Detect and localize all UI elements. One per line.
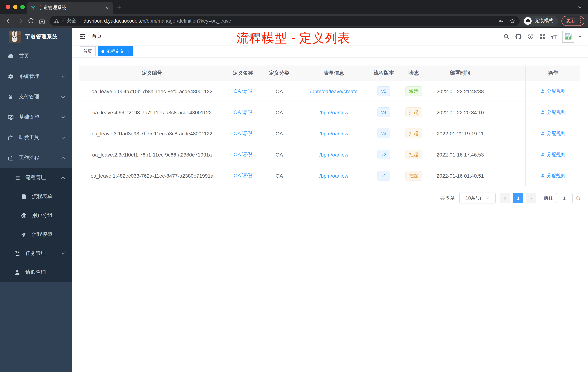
monitor-icon <box>7 114 14 120</box>
avatar-caret-icon[interactable] <box>578 34 582 38</box>
assign-rule-link[interactable]: 分配规则 <box>540 172 566 179</box>
sidebar-item-workflow[interactable]: 工作流程 <box>0 148 72 168</box>
prev-page-button[interactable]: ‹ <box>500 193 510 203</box>
chevron-down-icon <box>61 94 65 99</box>
definition-id: oa_leave:4:991f2193-7b7f-11ec-a3c8-acde4… <box>79 109 225 115</box>
window-controls[interactable] <box>6 5 25 9</box>
assign-rule-link[interactable]: 分配规则 <box>540 130 566 137</box>
chevron-down-icon <box>61 251 65 256</box>
browser-toolbar: 不安全 dashboard.yudao.iocoder.cn/bpm/manag… <box>0 14 588 28</box>
definition-name-link[interactable]: OA 请假 <box>234 151 252 158</box>
bookmark-star-icon[interactable] <box>509 18 515 24</box>
home-icon[interactable] <box>36 17 47 24</box>
sidebar-item-home[interactable]: 首页 <box>0 46 72 66</box>
deploy-time: 2022-01-16 01:40:51 <box>430 173 490 178</box>
form-info-link[interactable]: /bpm/oa/flow <box>319 109 348 115</box>
github-icon[interactable] <box>515 33 522 40</box>
omnibox-divider <box>80 18 80 23</box>
form-info-link[interactable]: /bpm/oa/flow <box>319 173 348 178</box>
reload-icon[interactable] <box>25 17 36 24</box>
user-icon <box>540 110 545 115</box>
incognito-label: 无痕模式 <box>535 17 554 24</box>
definition-name-link[interactable]: OA 请假 <box>234 109 252 116</box>
status-badge: 挂起 <box>405 129 422 138</box>
security-label[interactable]: 不安全 <box>62 17 76 24</box>
close-window-button[interactable] <box>6 5 10 9</box>
definition-name-link[interactable]: OA 请假 <box>234 172 252 179</box>
tag-流程定义[interactable]: 流程定义× <box>98 46 133 56</box>
definition-category: OA <box>261 131 297 136</box>
definition-id: oa_leave:1:482ec033-762a-11ec-8477-a2380… <box>79 173 225 178</box>
next-page-button[interactable]: › <box>526 193 536 203</box>
yen-icon <box>7 94 14 100</box>
sidebar-item-process-management[interactable]: 流程管理 <box>0 168 72 187</box>
forward-icon[interactable] <box>15 17 25 24</box>
status-badge: 挂起 <box>405 171 422 181</box>
fullscreen-icon[interactable] <box>539 33 546 40</box>
maximize-window-button[interactable] <box>20 5 25 9</box>
hamburger-icon[interactable] <box>79 33 86 40</box>
font-size-icon[interactable]: TT <box>551 33 557 40</box>
browser-update-button[interactable]: 更新 <box>561 16 584 26</box>
browser-menu-icon[interactable] <box>578 18 582 23</box>
deploy-time: 2022-01-16 17:46:53 <box>430 152 490 157</box>
goto-label: 前往 <box>544 195 553 201</box>
sidebar-item-leave-query[interactable]: 请假查询 <box>0 263 72 282</box>
version-badge: v3 <box>377 129 390 138</box>
assign-rule-link[interactable]: 分配规则 <box>540 88 566 94</box>
sidebar-item-dev-tools[interactable]: 研发工具 <box>0 127 72 148</box>
logo-avatar <box>9 31 21 43</box>
status-badge: 激活 <box>405 86 422 96</box>
assign-rule-link[interactable]: 分配规则 <box>540 151 566 158</box>
update-label: 更新 <box>566 17 576 24</box>
incognito-icon <box>524 17 532 25</box>
definition-category: OA <box>261 88 297 94</box>
definition-name-link[interactable]: OA 请假 <box>234 130 252 137</box>
tree-icon <box>14 250 20 256</box>
sidebar-item-process-model[interactable]: 流程模型 <box>0 225 72 244</box>
form-info-link[interactable]: /bpm/oa/flow <box>319 152 348 157</box>
sidebar-item-payment-management[interactable]: 支付管理 <box>0 87 72 107</box>
goto-page-input[interactable] <box>556 193 573 203</box>
pagination-total: 共 5 条 <box>440 195 455 201</box>
sidebar-item-system-management[interactable]: 系统管理 <box>0 66 72 87</box>
form-info-link[interactable]: /bpm/oa/leave/create <box>310 88 358 94</box>
tab-close-icon[interactable]: × <box>105 5 109 10</box>
back-icon[interactable] <box>4 17 15 24</box>
minimize-window-button[interactable] <box>13 5 17 9</box>
browser-tab[interactable]: 芋道管理系统 × <box>27 2 113 14</box>
sidebar-logo[interactable]: 芋道管理系统 <box>0 28 72 46</box>
sidebar-item-user-group[interactable]: 用户分组 <box>0 206 72 225</box>
form-icon <box>20 194 27 200</box>
definition-category: OA <box>261 152 297 157</box>
sidebar-item-infrastructure[interactable]: 基础设施 <box>0 107 72 127</box>
page-number-1[interactable]: 1 <box>513 193 523 203</box>
user-icon <box>540 89 545 94</box>
breadcrumb-home[interactable]: 首页 <box>92 33 237 40</box>
tag-首页[interactable]: 首页 <box>80 46 96 56</box>
definition-name-link[interactable]: OA 请假 <box>234 88 252 94</box>
user-avatar[interactable] <box>562 30 574 42</box>
screen: 芋道管理系统 × + 不安全 dashboard.yudao.iocoder.c… <box>0 0 588 372</box>
table-body: oa_leave:5:004b710b-7b8a-11ec-8ef0-acde4… <box>79 81 580 186</box>
col-form-info: 表单信息 <box>297 70 370 77</box>
page-size-select[interactable]: 10条/页 <box>459 193 496 203</box>
help-icon[interactable] <box>527 33 534 40</box>
form-info-link[interactable]: /bpm/oa/flow <box>319 131 348 136</box>
address-bar[interactable]: 不安全 dashboard.yudao.iocoder.cn/bpm/manag… <box>50 16 520 26</box>
new-tab-button[interactable]: + <box>117 4 121 11</box>
tab-search-chevron-icon[interactable] <box>578 5 582 10</box>
dashboard-icon <box>7 53 14 59</box>
user-icon <box>14 269 20 275</box>
password-key-icon[interactable] <box>498 18 504 24</box>
tag-close-icon[interactable]: × <box>126 49 129 54</box>
sidebar: 芋道管理系统 首页系统管理支付管理基础设施研发工具工作流程流程管理流程表单用户分… <box>0 28 72 372</box>
sidebar-item-process-form[interactable]: 流程表单 <box>0 187 72 206</box>
assign-rule-link[interactable]: 分配规则 <box>540 109 566 116</box>
search-icon[interactable] <box>503 33 509 40</box>
sidebar-item-task-management[interactable]: 任务管理 <box>0 244 72 263</box>
deploy-time: 2022-01-22 20:34:10 <box>430 109 490 115</box>
chevron-down-icon <box>61 135 65 140</box>
chevron-down-icon <box>61 74 65 79</box>
url-text[interactable]: dashboard.yudao.iocoder.cn/bpm/manager/d… <box>84 18 231 23</box>
